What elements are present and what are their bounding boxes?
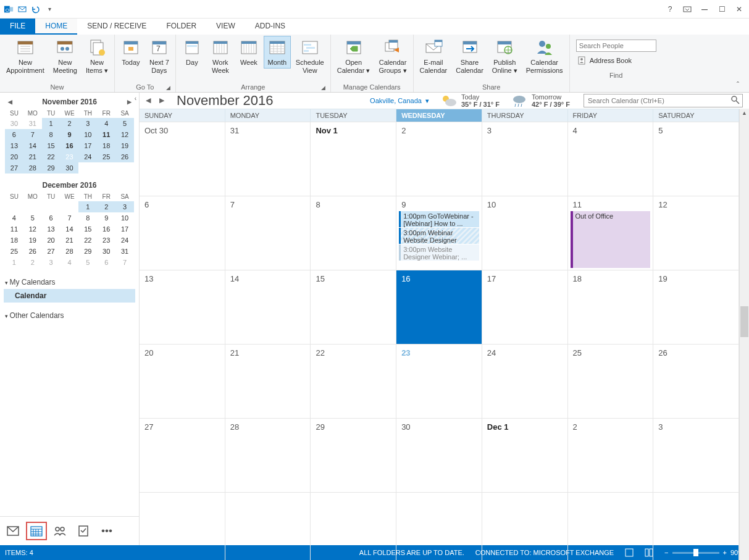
calendar-list-item[interactable]: Calendar <box>4 289 135 303</box>
mini-cal-day[interactable]: 27 <box>5 162 23 173</box>
close-icon[interactable]: ✕ <box>734 4 744 14</box>
calendar-event[interactable]: Out of Office <box>571 211 651 268</box>
mini-cal-day[interactable]: 25 <box>97 151 115 162</box>
mini-cal-day[interactable]: 7 <box>61 212 79 224</box>
cal-day-cell[interactable]: 8 <box>311 196 396 270</box>
nav-tasks-icon[interactable] <box>73 522 94 540</box>
new-items-button[interactable]: New Items ▾ <box>82 36 112 77</box>
cal-day-cell[interactable]: 7 <box>225 196 311 270</box>
open-calendar-button[interactable]: Open Calendar ▾ <box>333 36 374 77</box>
mini-cal-day[interactable]: 25 <box>5 246 23 257</box>
mini-cal-day[interactable]: 31 <box>115 246 134 257</box>
mini-cal-day[interactable]: 5 <box>115 118 134 129</box>
cal-day-cell[interactable]: 27 <box>140 419 225 492</box>
mini-cal-day[interactable]: 26 <box>115 151 134 162</box>
mini-cal-day[interactable]: 18 <box>5 235 23 246</box>
cal-day-cell[interactable]: 3 <box>482 122 568 196</box>
ribbon-display-icon[interactable] <box>682 4 692 14</box>
mini-cal-day[interactable]: 15 <box>42 140 61 151</box>
cal-day-cell[interactable]: 4 <box>568 122 654 196</box>
mini-cal-day[interactable]: 8 <box>78 212 97 224</box>
cal-day-cell[interactable]: 28 <box>225 419 311 492</box>
mini-cal-day[interactable]: 19 <box>23 235 42 246</box>
cal-day-cell[interactable]: 13 <box>140 270 225 344</box>
publish-online-button[interactable]: Publish Online ▾ <box>488 36 521 77</box>
calendar-event[interactable]: 1:00pm GoToWebinar - [Webinar] How to ..… <box>399 211 479 227</box>
mini-cal-day[interactable]: 1 <box>42 118 61 129</box>
mini-cal-day[interactable]: 28 <box>61 246 79 257</box>
cal-day-cell[interactable]: 17 <box>482 270 568 344</box>
mini-cal-day[interactable]: 4 <box>5 212 23 224</box>
mini-cal-day[interactable]: 11 <box>5 224 23 235</box>
mini-cal-day[interactable]: 7 <box>115 257 134 268</box>
mini-cal-day[interactable]: 3 <box>78 118 97 129</box>
scroll-thumb[interactable] <box>740 306 748 337</box>
search-people-input[interactable] <box>576 40 656 52</box>
cal-day-cell[interactable]: Nov 1 <box>311 122 396 196</box>
mini-cal-day[interactable]: 2 <box>61 118 79 129</box>
mini-cal-day[interactable]: 10 <box>78 129 97 140</box>
share-calendar-button[interactable]: Share Calendar <box>452 36 487 77</box>
mini-cal-day[interactable]: 30 <box>61 162 79 173</box>
address-book-button[interactable]: Address Book <box>576 54 656 67</box>
tab-folder[interactable]: FOLDER <box>156 19 206 35</box>
mini-cal-next-icon[interactable]: ▶ <box>125 99 133 105</box>
cal-day-cell[interactable] <box>396 493 482 560</box>
cal-day-cell[interactable]: 10 <box>482 196 568 270</box>
qat-undo-icon[interactable] <box>31 4 41 14</box>
arrange-dialog-launcher[interactable]: ◢ <box>320 85 327 91</box>
mini-cal-day[interactable]: 9 <box>97 212 115 224</box>
mini-cal-day[interactable]: 21 <box>23 151 42 162</box>
goto-dialog-launcher[interactable]: ◢ <box>165 85 172 91</box>
cal-day-cell[interactable]: 23 <box>396 345 482 418</box>
cal-day-cell[interactable]: 12 <box>653 196 739 270</box>
mini-cal-day[interactable]: 15 <box>78 224 97 235</box>
cal-day-cell[interactable]: 29 <box>311 419 396 492</box>
search-icon[interactable] <box>730 95 742 106</box>
schedule-view-button[interactable]: Schedule View <box>292 36 328 77</box>
sidebar-collapse-icon[interactable]: ‹ <box>135 95 136 102</box>
qat-send-receive-icon[interactable] <box>17 4 27 14</box>
minimize-icon[interactable]: – <box>700 4 709 14</box>
mini-cal-day[interactable]: 27 <box>42 246 61 257</box>
mini-cal-day[interactable]: 30 <box>5 118 23 129</box>
mini-cal-day[interactable]: 1 <box>5 257 23 268</box>
mini-cal-day[interactable]: 4 <box>61 257 79 268</box>
cal-day-cell[interactable]: 14 <box>225 270 311 344</box>
mini-cal-day[interactable]: 22 <box>78 235 97 246</box>
mini-cal-day[interactable]: 6 <box>42 212 61 224</box>
zoom-slider[interactable] <box>672 552 719 554</box>
mini-cal-day[interactable]: 16 <box>61 140 79 151</box>
mini-cal-day[interactable]: 20 <box>5 151 23 162</box>
cal-day-cell[interactable]: 2 <box>396 122 482 196</box>
scrollbar[interactable]: ▲ ▼ <box>739 109 749 560</box>
mini-cal-day[interactable]: 24 <box>78 151 97 162</box>
cal-day-cell[interactable]: Oct 30 <box>140 122 225 196</box>
mini-cal-day[interactable]: 1 <box>78 201 97 212</box>
new-meeting-button[interactable]: New Meeting <box>49 36 81 77</box>
cal-day-cell[interactable] <box>311 493 396 560</box>
nav-people-icon[interactable] <box>49 522 70 540</box>
mini-cal-day[interactable]: 20 <box>42 235 61 246</box>
mini-cal-day[interactable]: 16 <box>97 224 115 235</box>
mini-cal-day[interactable]: 6 <box>5 129 23 140</box>
cal-day-cell[interactable]: 18 <box>568 270 654 344</box>
mini-cal-day[interactable]: 3 <box>115 201 134 212</box>
other-calendars-header[interactable]: Other Calendars <box>4 309 135 322</box>
cal-day-cell[interactable]: 21 <box>225 345 311 418</box>
work-week-button[interactable]: Work Week <box>207 36 234 77</box>
cal-day-cell[interactable]: 25 <box>568 345 654 418</box>
mini-cal-day[interactable]: 29 <box>42 162 61 173</box>
mini-cal-day[interactable]: 30 <box>97 246 115 257</box>
cal-next-icon[interactable]: ▶ <box>159 96 168 105</box>
cal-day-cell[interactable]: 20 <box>140 345 225 418</box>
tab-file[interactable]: FILE <box>0 19 35 35</box>
cal-prev-icon[interactable]: ◀ <box>146 96 154 105</box>
nav-mail-icon[interactable] <box>2 522 23 540</box>
search-calendar-input[interactable] <box>584 94 743 107</box>
nav-more-icon[interactable]: ••• <box>96 522 117 540</box>
cal-day-cell[interactable] <box>482 493 568 560</box>
next-7-days-button[interactable]: 7Next 7 Days <box>146 36 173 77</box>
qat-customize-icon[interactable]: ▾ <box>44 4 54 14</box>
week-view-button[interactable]: Week <box>235 36 262 69</box>
